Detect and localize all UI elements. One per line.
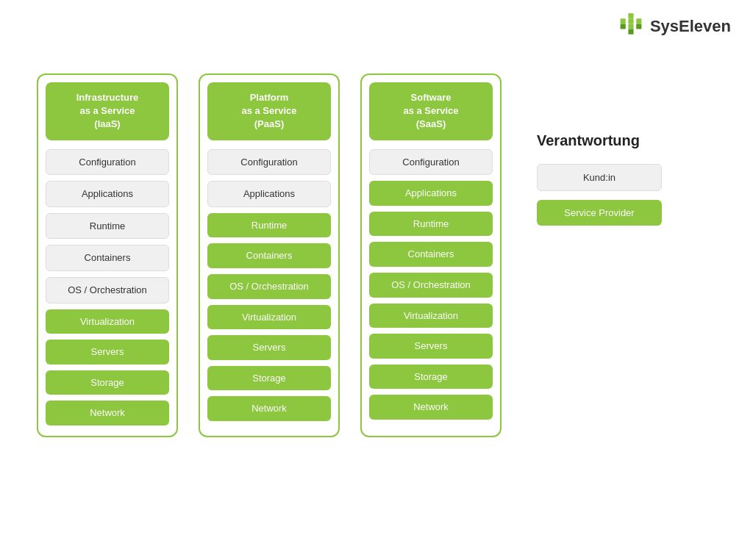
syseleven-icon — [618, 13, 644, 40]
row-servers: Servers — [46, 340, 169, 365]
row-configuration: Configuration — [207, 149, 331, 176]
column-iaas-header: Infrastructure as a Service (IaaS) — [46, 82, 169, 140]
legend-title: Verantwortung — [537, 132, 662, 149]
column-paas-header: Platform as a Service (PaaS) — [207, 82, 331, 140]
row-configuration: Configuration — [46, 149, 169, 176]
column-saas: Software as a Service (SaaS)Configuratio… — [360, 73, 502, 437]
row-virtualization: Virtualization — [46, 309, 169, 334]
legend-item-provider: Service Provider — [537, 200, 662, 226]
row-containers: Containers — [369, 242, 493, 267]
row-os---orchestration: OS / Orchestration — [369, 273, 493, 298]
svg-rect-2 — [621, 18, 626, 24]
page: SysEleven Infrastructure as a Service (I… — [0, 0, 753, 560]
row-virtualization: Virtualization — [207, 305, 331, 330]
row-runtime: Runtime — [207, 213, 331, 238]
column-iaas: Infrastructure as a Service (IaaS)Config… — [37, 73, 178, 437]
svg-rect-1 — [636, 18, 641, 24]
row-storage: Storage — [46, 370, 169, 395]
legend-items: Kund:inService Provider — [537, 164, 662, 234]
row-os---orchestration: OS / Orchestration — [207, 274, 331, 299]
row-configuration: Configuration — [369, 149, 493, 176]
row-containers: Containers — [207, 243, 331, 268]
row-runtime: Runtime — [369, 212, 493, 237]
row-runtime: Runtime — [46, 213, 169, 240]
row-applications: Applications — [369, 181, 493, 206]
row-storage: Storage — [369, 365, 493, 390]
row-applications: Applications — [46, 181, 169, 207]
row-servers: Servers — [369, 334, 493, 359]
row-servers: Servers — [207, 335, 331, 360]
row-os---orchestration: OS / Orchestration — [46, 277, 169, 304]
svg-rect-3 — [628, 18, 633, 24]
svg-rect-6 — [621, 24, 626, 29]
row-virtualization: Virtualization — [369, 304, 493, 329]
row-network: Network — [207, 396, 331, 421]
legend-area: Verantwortung Kund:inService Provider — [537, 132, 662, 234]
svg-rect-5 — [636, 24, 641, 29]
svg-rect-4 — [628, 24, 633, 29]
logo-text: SysEleven — [650, 17, 731, 36]
row-network: Network — [369, 395, 493, 420]
main-content: Infrastructure as a Service (IaaS)Config… — [22, 73, 731, 437]
legend-item-customer: Kund:in — [537, 164, 662, 191]
logo: SysEleven — [618, 13, 731, 40]
svg-rect-7 — [628, 29, 633, 35]
row-storage: Storage — [207, 366, 331, 391]
column-paas: Platform as a Service (PaaS)Configuratio… — [199, 73, 340, 437]
row-network: Network — [46, 401, 169, 426]
svg-rect-0 — [628, 13, 633, 18]
row-applications: Applications — [207, 181, 331, 207]
row-containers: Containers — [46, 245, 169, 271]
column-saas-header: Software as a Service (SaaS) — [369, 82, 493, 140]
columns-container: Infrastructure as a Service (IaaS)Config… — [37, 73, 502, 437]
